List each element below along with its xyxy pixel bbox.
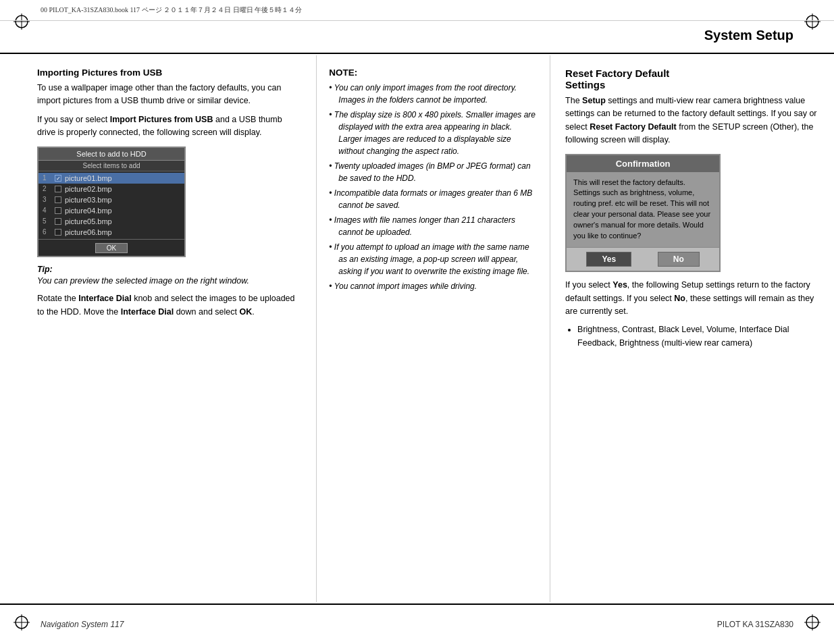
header: 00 PILOT_KA-31SZA830.book 117 ページ ２０１１年７… xyxy=(0,0,834,54)
main-content: Importing Pictures from USB To use a wal… xyxy=(0,55,834,602)
left-para2: If you say or select Import Pictures fro… xyxy=(37,113,301,140)
file-checkbox xyxy=(55,186,61,192)
file-name: picture01.bmp xyxy=(65,174,112,182)
usb-file-item: 5 picture05.bmp xyxy=(38,216,184,227)
rotate-ok: OK xyxy=(239,307,252,317)
file-checkbox xyxy=(55,207,61,214)
post-dialog-pre: If you select xyxy=(565,280,613,290)
file-checkbox xyxy=(55,218,61,225)
footer-page-number: Navigation System 117 xyxy=(41,620,124,629)
right-intro-bold: Setup xyxy=(582,96,606,105)
file-checkbox xyxy=(55,175,61,182)
rotate-bold1: Interface Dial xyxy=(78,294,132,303)
right-intro-pre: The xyxy=(565,96,582,105)
note-item: Twenty uploaded images (in BMP or JPEG f… xyxy=(329,160,538,184)
rotate-post: down and select xyxy=(174,307,239,317)
tip-text: You can preview the selected image on th… xyxy=(37,276,249,286)
left-heading: Importing Pictures from USB xyxy=(37,68,301,78)
middle-heading: NOTE: xyxy=(329,68,538,78)
confirmation-dialog: Confirmation This will reset the factory… xyxy=(565,154,721,273)
note-item: You cannot import images while driving. xyxy=(329,280,538,292)
file-name: picture03.bmp xyxy=(65,196,112,204)
dialog-title: Confirmation xyxy=(567,155,719,172)
file-name: picture05.bmp xyxy=(65,217,112,225)
bullet-list: Brightness, Contrast, Black Level, Volum… xyxy=(565,323,819,350)
post-no: No xyxy=(674,294,685,303)
file-num: 3 xyxy=(43,196,52,203)
left-column: Importing Pictures from USB To use a wal… xyxy=(0,55,317,602)
middle-column: NOTE: You can only import images from th… xyxy=(317,55,550,602)
usb-screen-subtitle: Select items to add xyxy=(38,161,184,171)
file-num: 4 xyxy=(43,207,52,214)
dialog-body: This will reset the factory defaults. Se… xyxy=(567,172,719,248)
rotate-para: Rotate the Interface Dial knob and selec… xyxy=(37,292,301,319)
dialog-no-button[interactable]: No xyxy=(658,252,700,267)
rotate-pre: Rotate the xyxy=(37,294,78,303)
usb-file-list: 1 picture01.bmp 2 picture02.bmp 3 pictur… xyxy=(38,171,184,239)
usb-screen-ok: OK xyxy=(38,239,184,256)
right-column: Reset Factory DefaultSettings The Setup … xyxy=(550,55,834,602)
note-list: You can only import images from the root… xyxy=(329,82,538,292)
footer: Navigation System 117 PILOT KA 31SZA830 xyxy=(0,603,834,644)
note-item: Incompatible data formats or images grea… xyxy=(329,187,538,211)
usb-file-item: 3 picture03.bmp xyxy=(38,194,184,205)
dialog-buttons: Yes No xyxy=(567,247,719,271)
footer-product-id: PILOT KA 31SZA830 xyxy=(717,620,793,629)
file-num: 6 xyxy=(43,228,52,236)
left-para2-bold: Import Pictures from USB xyxy=(110,115,213,124)
file-num: 2 xyxy=(43,185,52,192)
file-num: 1 xyxy=(43,174,52,182)
file-checkbox xyxy=(55,229,61,236)
file-name: picture04.bmp xyxy=(65,207,112,215)
left-para2-pre: If you say or select xyxy=(37,115,110,124)
file-checkbox xyxy=(55,196,61,203)
usb-file-item: 1 picture01.bmp xyxy=(38,173,184,184)
usb-file-item: 2 picture02.bmp xyxy=(38,184,184,194)
usb-file-item: 6 picture06.bmp xyxy=(38,227,184,238)
file-num: 5 xyxy=(43,217,52,225)
tip-section: Tip: You can preview the selected image … xyxy=(37,264,301,288)
note-item: Images with file names longer than 211 c… xyxy=(329,214,538,238)
usb-file-item: 4 picture04.bmp xyxy=(38,205,184,216)
file-name: picture02.bmp xyxy=(65,185,112,193)
post-yes: Yes xyxy=(613,280,627,290)
tip-label: Tip: xyxy=(37,265,53,274)
usb-screen-title: Select to add to HDD xyxy=(38,148,184,161)
right-intro: The Setup settings and multi-view rear c… xyxy=(565,95,819,147)
note-item: If you attempt to upload an image with t… xyxy=(329,241,538,277)
file-name: picture06.bmp xyxy=(65,228,112,236)
bullet-item: Brightness, Contrast, Black Level, Volum… xyxy=(577,323,819,350)
dialog-yes-button[interactable]: Yes xyxy=(586,252,631,267)
post-dialog-text: If you select Yes, the following Setup s… xyxy=(565,279,819,318)
rotate-bold2: Interface Dial xyxy=(121,307,174,317)
left-intro: To use a wallpaper image other than the … xyxy=(37,82,301,108)
rotate-period: . xyxy=(252,307,254,317)
usb-ok-label: OK xyxy=(95,243,128,253)
right-heading: Reset Factory DefaultSettings xyxy=(565,68,819,90)
page-title: System Setup xyxy=(0,21,834,43)
right-reset-bold: Reset Factory Default xyxy=(590,122,677,132)
header-top-line: 00 PILOT_KA-31SZA830.book 117 ページ ２０１１年７… xyxy=(0,0,834,21)
note-item: The display size is 800 x 480 pixels. Sm… xyxy=(329,109,538,157)
note-item: You can only import images from the root… xyxy=(329,82,538,106)
usb-screen: Select to add to HDD Select items to add… xyxy=(37,146,186,257)
